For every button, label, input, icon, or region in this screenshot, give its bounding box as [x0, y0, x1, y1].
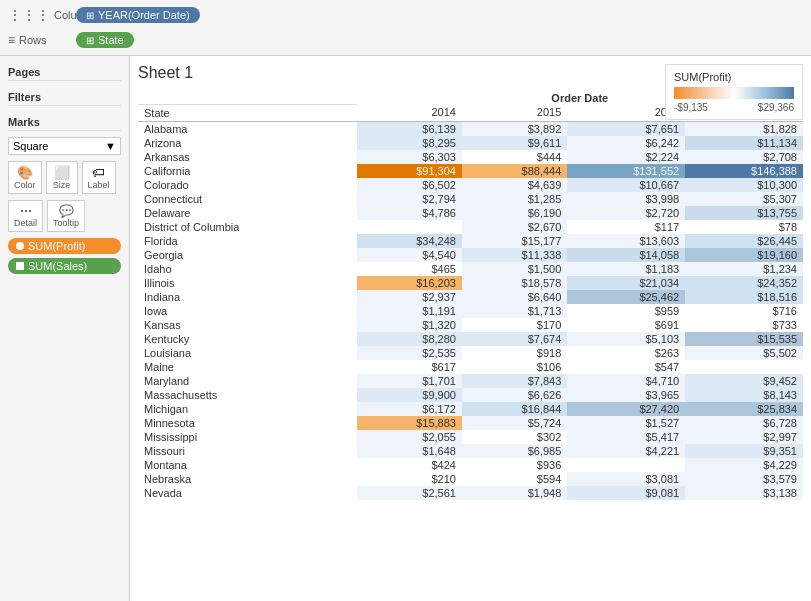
data-cell: $106	[462, 360, 567, 374]
state-cell: Montana	[138, 458, 357, 472]
data-cell: $6,190	[462, 206, 567, 220]
data-cell: $2,794	[357, 192, 462, 206]
state-cell: Idaho	[138, 262, 357, 276]
state-cell: Indiana	[138, 290, 357, 304]
marks-dropdown[interactable]: Square ▼	[8, 137, 121, 155]
data-cell: $918	[462, 346, 567, 360]
data-cell: $25,462	[567, 290, 685, 304]
data-cell: $1,320	[357, 318, 462, 332]
data-cell: $3,138	[685, 486, 803, 500]
data-cell: $9,611	[462, 136, 567, 150]
data-cell: $547	[567, 360, 685, 374]
data-cell: $91,304	[357, 164, 462, 178]
profit-dot	[16, 242, 24, 250]
data-cell: $21,034	[567, 276, 685, 290]
state-cell: Maine	[138, 360, 357, 374]
data-cell: $8,143	[685, 388, 803, 402]
data-cell: $14,058	[567, 248, 685, 262]
sales-square	[16, 262, 24, 270]
filters-section: Filters	[8, 89, 121, 106]
data-cell: $465	[357, 262, 462, 276]
data-cell: $3,892	[462, 121, 567, 136]
size-button[interactable]: ⬜ Size	[46, 161, 78, 194]
data-cell: $6,640	[462, 290, 567, 304]
data-cell: $7,651	[567, 121, 685, 136]
data-cell: $6,172	[357, 402, 462, 416]
data-cell: $25,834	[685, 402, 803, 416]
data-cell: $6,139	[357, 121, 462, 136]
data-cell: $131,552	[567, 164, 685, 178]
data-cell: $11,134	[685, 136, 803, 150]
state-cell: Minnesota	[138, 416, 357, 430]
pages-section: Pages	[8, 64, 121, 81]
state-cell: Nevada	[138, 486, 357, 500]
data-cell: $15,883	[357, 416, 462, 430]
table-row: Delaware$4,786$6,190$2,720$13,755	[138, 206, 803, 220]
legend-title: SUM(Profit)	[674, 71, 794, 83]
color-button[interactable]: 🎨 Color	[8, 161, 42, 194]
profit-field[interactable]: SUM(Profit)	[8, 238, 121, 254]
data-cell: $1,828	[685, 121, 803, 136]
detail-button[interactable]: ⋯ Detail	[8, 200, 43, 232]
state-cell: Florida	[138, 234, 357, 248]
data-cell: $27,420	[567, 402, 685, 416]
data-cell: $5,724	[462, 416, 567, 430]
data-cell: $16,203	[357, 276, 462, 290]
data-cell: $302	[462, 430, 567, 444]
table-row: Nebraska$210$594$3,081$3,579	[138, 472, 803, 486]
state-cell: Iowa	[138, 304, 357, 318]
table-row: Mississippi$2,055$302$5,417$2,997	[138, 430, 803, 444]
table-row: Louisiana$2,535$918$263$5,502	[138, 346, 803, 360]
data-cell: $1,648	[357, 444, 462, 458]
data-cell: $2,708	[685, 150, 803, 164]
data-cell: $18,578	[462, 276, 567, 290]
state-cell: Kansas	[138, 318, 357, 332]
data-cell: $6,502	[357, 178, 462, 192]
data-cell: $263	[567, 346, 685, 360]
rows-row: ≡ Rows ⊞ State	[8, 29, 803, 51]
data-cell: $6,626	[462, 388, 567, 402]
data-cell: $6,242	[567, 136, 685, 150]
data-cell: $5,103	[567, 332, 685, 346]
table-row: Idaho$465$1,500$1,183$1,234	[138, 262, 803, 276]
state-cell: Arizona	[138, 136, 357, 150]
label-icon: 🏷	[92, 165, 105, 180]
sales-field[interactable]: SUM(Sales)	[8, 258, 121, 274]
state-cell: Delaware	[138, 206, 357, 220]
data-cell: $9,351	[685, 444, 803, 458]
data-cell: $13,603	[567, 234, 685, 248]
label-button[interactable]: 🏷 Label	[82, 161, 116, 194]
data-cell: $4,229	[685, 458, 803, 472]
state-cell: Missouri	[138, 444, 357, 458]
data-cell	[685, 360, 803, 374]
data-cell: $733	[685, 318, 803, 332]
marks-row2: ⋯ Detail 💬 Tooltip	[8, 200, 121, 232]
data-cell: $10,667	[567, 178, 685, 192]
table-row: Missouri$1,648$6,985$4,221$9,351	[138, 444, 803, 458]
data-cell: $3,998	[567, 192, 685, 206]
data-cell: $1,191	[357, 304, 462, 318]
table-row: Florida$34,248$15,177$13,603$26,445	[138, 234, 803, 248]
data-cell: $2,561	[357, 486, 462, 500]
detail-icon: ⋯	[20, 204, 32, 218]
table-row: Massachusetts$9,900$6,626$3,965$8,143	[138, 388, 803, 402]
tooltip-button[interactable]: 💬 Tooltip	[47, 200, 85, 232]
marks-icon-row: 🎨 Color ⬜ Size 🏷 Label	[8, 161, 121, 194]
data-cell: $9,081	[567, 486, 685, 500]
data-cell: $11,338	[462, 248, 567, 262]
table-row: Arkansas$6,303$444$2,224$2,708	[138, 150, 803, 164]
data-cell: $936	[462, 458, 567, 472]
state-cell: Massachusetts	[138, 388, 357, 402]
tooltip-icon: 💬	[59, 204, 74, 218]
data-cell: $2,535	[357, 346, 462, 360]
columns-pill[interactable]: ⊞ YEAR(Order Date)	[76, 7, 200, 23]
table-row: Georgia$4,540$11,338$14,058$19,160	[138, 248, 803, 262]
data-cell: $444	[462, 150, 567, 164]
rows-pill[interactable]: ⊞ State	[76, 32, 134, 48]
table-row: Connecticut$2,794$1,285$3,998$5,307	[138, 192, 803, 206]
data-cell: $1,500	[462, 262, 567, 276]
table-row: Arizona$8,295$9,611$6,242$11,134	[138, 136, 803, 150]
toolbar: ⋮⋮⋮ Columns ⊞ YEAR(Order Date) ≡ Rows ⊞ …	[0, 0, 811, 56]
year-2015-header: 2015	[462, 104, 567, 121]
data-cell: $1,713	[462, 304, 567, 318]
